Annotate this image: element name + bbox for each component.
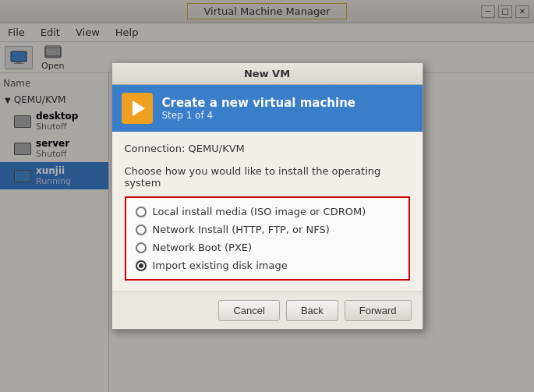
dialog-header-subtitle: Step 1 of 4 xyxy=(162,110,356,121)
install-label: Choose how you would like to install the… xyxy=(125,165,410,189)
forward-button[interactable]: Forward xyxy=(345,300,412,321)
connection-row: Connection: QEMU/KVM xyxy=(125,143,410,154)
back-button[interactable]: Back xyxy=(286,300,338,321)
dialog-header: Create a new virtual machine Step 1 of 4 xyxy=(112,85,423,132)
dialog-header-title: Create a new virtual machine xyxy=(162,96,356,110)
connection-value: QEMU/KVM xyxy=(189,143,245,154)
dialog-footer: Cancel Back Forward xyxy=(112,291,423,329)
radio-circle-3 xyxy=(136,260,147,271)
radio-import-disk[interactable]: Import existing disk image xyxy=(136,260,399,271)
radio-network-boot[interactable]: Network Boot (PXE) xyxy=(136,242,399,253)
main-window: Virtual Machine Manager − □ ✕ File Edit … xyxy=(0,0,534,392)
radio-network-install[interactable]: Network Install (HTTP, FTP, or NFS) xyxy=(136,224,399,235)
install-options: Local install media (ISO image or CDROM)… xyxy=(125,196,410,281)
radio-local-media[interactable]: Local install media (ISO image or CDROM) xyxy=(136,206,399,217)
dialog-body: Connection: QEMU/KVM Choose how you woul… xyxy=(112,132,423,291)
radio-circle-0 xyxy=(136,207,147,217)
cancel-button[interactable]: Cancel xyxy=(218,300,279,321)
radio-label-3: Import existing disk image xyxy=(153,260,288,271)
radio-circle-2 xyxy=(136,242,147,253)
radio-label-2: Network Boot (PXE) xyxy=(153,242,253,253)
dialog-titlebar: New VM xyxy=(112,63,423,85)
dialog-header-icon xyxy=(122,93,153,124)
dialog-header-text: Create a new virtual machine Step 1 of 4 xyxy=(162,96,356,121)
new-vm-dialog: New VM Create a new virtual machine Step… xyxy=(111,62,423,330)
dialog-overlay: New VM Create a new virtual machine Step… xyxy=(0,0,534,392)
connection-label: Connection: xyxy=(125,143,186,154)
svg-marker-5 xyxy=(133,101,145,116)
radio-circle-1 xyxy=(136,224,147,235)
radio-label-1: Network Install (HTTP, FTP, or NFS) xyxy=(153,224,330,235)
radio-label-0: Local install media (ISO image or CDROM) xyxy=(153,206,366,217)
dialog-title: New VM xyxy=(244,68,290,79)
